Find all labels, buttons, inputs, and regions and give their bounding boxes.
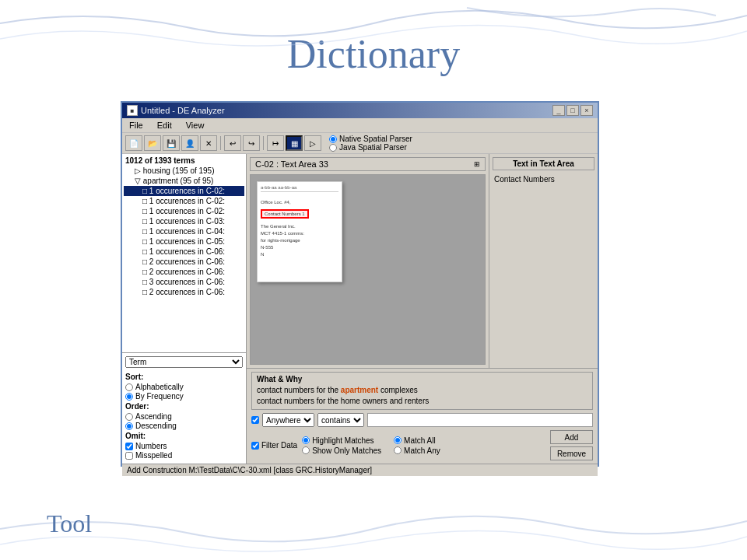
doc-line: The General Inc. bbox=[261, 223, 338, 230]
omit-label: Omit: bbox=[125, 432, 243, 440]
tb-forward-button[interactable]: ↦ bbox=[267, 135, 284, 151]
tb-grid-button[interactable]: ▦ bbox=[286, 135, 303, 151]
tree-item-occ2[interactable]: □ 1 occurences in C-02: bbox=[124, 196, 244, 206]
toolbar: 📄 📂 💾 👤 ✕ ↩ ↪ ↦ ▦ ▷ Native Spatial Parse… bbox=[122, 133, 598, 154]
filter-text-input[interactable] bbox=[367, 413, 593, 427]
maximize-button[interactable]: □ bbox=[566, 105, 579, 116]
sort-freq-radio[interactable] bbox=[125, 393, 133, 401]
bottom-controls: Filter Data Highlight Matches Show Only … bbox=[251, 430, 593, 460]
order-desc-radio[interactable] bbox=[125, 422, 133, 430]
omit-numbers-checkbox[interactable] bbox=[125, 443, 133, 450]
tb-redo-button[interactable]: ↪ bbox=[243, 135, 260, 151]
tb-undo-button[interactable]: ↩ bbox=[224, 135, 241, 151]
doc-content: Office Loc. #4, Contact Numbers 1 The Ge… bbox=[261, 200, 338, 258]
tree-item-occ3[interactable]: □ 1 occurences in C-02: bbox=[124, 206, 244, 216]
match-buttons: Add Remove bbox=[550, 430, 593, 460]
tree-item-occ4[interactable]: □ 1 occurences in C-03: bbox=[124, 216, 244, 226]
left-bottom-panel: Term Sort: Alphabetically By Frequency O… bbox=[122, 352, 246, 464]
tree-indent: □ 1 occurences in C-02: bbox=[142, 187, 225, 195]
filter-row: Anywhere contains bbox=[251, 413, 593, 427]
content-area: 1012 of 1393 terms ▷ housing (195 of 195… bbox=[122, 154, 598, 464]
match-all-radio[interactable] bbox=[394, 436, 402, 444]
show-only-matches-row[interactable]: Show Only Matches bbox=[302, 446, 381, 455]
remove-button[interactable]: Remove bbox=[550, 446, 593, 460]
highlight-matches-row[interactable]: Highlight Matches bbox=[302, 436, 381, 445]
tree-item-occ7[interactable]: □ 1 occurences in C-06: bbox=[124, 247, 244, 257]
tb-user-button[interactable]: 👤 bbox=[181, 135, 198, 151]
omit-numbers-option[interactable]: Numbers bbox=[125, 442, 243, 450]
contains-select[interactable]: contains bbox=[317, 413, 364, 427]
tree-item-occ8[interactable]: □ 2 occurences in C-06: bbox=[124, 257, 244, 267]
match-options: Highlight Matches Show Only Matches bbox=[302, 436, 381, 455]
native-parser-radio[interactable] bbox=[329, 135, 337, 143]
filter-data-row[interactable]: Filter Data bbox=[251, 441, 297, 450]
order-asc-radio[interactable] bbox=[125, 413, 133, 421]
filter-data-label: Filter Data bbox=[261, 441, 297, 450]
match-all-row[interactable]: Match All bbox=[394, 436, 440, 445]
term-dropdown[interactable]: Term bbox=[125, 356, 243, 368]
tree-item-occ10[interactable]: □ 3 occurences in C-06: bbox=[124, 277, 244, 287]
java-parser-radio[interactable] bbox=[329, 144, 337, 152]
tb-save-button[interactable]: 💾 bbox=[163, 135, 180, 151]
expand-icon[interactable]: ⊞ bbox=[474, 160, 480, 168]
tree-indent: □ 1 occurences in C-04: bbox=[142, 227, 225, 236]
tree-indent: □ 1 occurences in C-02: bbox=[142, 207, 225, 215]
highlight-matches-radio[interactable] bbox=[302, 436, 310, 444]
tree-item-occ6[interactable]: □ 1 occurences in C-05: bbox=[124, 236, 244, 247]
filter-data-checkbox[interactable] bbox=[251, 442, 259, 450]
minimize-button[interactable]: _ bbox=[552, 105, 565, 116]
app-window: ■ Untitled - DE Analyzer _ □ × File Edit… bbox=[121, 101, 599, 467]
order-label: Order: bbox=[125, 402, 243, 411]
menu-view[interactable]: View bbox=[184, 120, 207, 131]
left-panel: 1012 of 1393 terms ▷ housing (195 of 195… bbox=[122, 154, 247, 464]
doc-text-lines: The General Inc. MCT 4415-1 comms: for r… bbox=[261, 223, 338, 258]
tree-item-occ11[interactable]: □ 2 occurences in C-06: bbox=[124, 287, 244, 297]
native-parser-option[interactable]: Native Spatial Parser bbox=[329, 135, 412, 143]
order-desc-label: Descending bbox=[135, 422, 177, 430]
sort-alpha-option[interactable]: Alphabetically bbox=[125, 383, 243, 391]
tb-open-button[interactable]: 📂 bbox=[144, 135, 161, 151]
tree-area: 1012 of 1393 terms ▷ housing (195 of 195… bbox=[122, 154, 246, 352]
location-select[interactable]: Anywhere bbox=[262, 413, 314, 427]
parser-options: Native Spatial Parser Java Spatial Parse… bbox=[329, 135, 412, 152]
omit-misspelled-checkbox[interactable] bbox=[125, 452, 133, 460]
doc-line: N-555 bbox=[261, 244, 338, 251]
show-only-matches-radio[interactable] bbox=[302, 446, 310, 454]
order-desc-option[interactable]: Descending bbox=[125, 422, 243, 430]
tree-item-occ1[interactable]: □ 1 occurences in C-02: bbox=[124, 186, 244, 196]
match-any-radio[interactable] bbox=[394, 446, 402, 454]
menu-edit[interactable]: Edit bbox=[155, 120, 174, 131]
highlighted-region: Contact Numbers 1 bbox=[261, 209, 309, 219]
sort-freq-option[interactable]: By Frequency bbox=[125, 392, 243, 401]
title-bar: ■ Untitled - DE Analyzer _ □ × bbox=[122, 103, 598, 118]
tree-indent: □ 1 occurences in C-03: bbox=[142, 217, 225, 226]
add-button[interactable]: Add bbox=[550, 430, 593, 444]
match-any-row[interactable]: Match Any bbox=[394, 446, 440, 455]
tree-indent: □ 3 occurences in C-06: bbox=[142, 278, 225, 286]
text-area-title: C-02 : Text Area 33 bbox=[255, 159, 328, 169]
menu-file[interactable]: File bbox=[127, 120, 146, 131]
why-text-line2: contact numbers for the home owners and … bbox=[257, 396, 587, 407]
tb-play-button[interactable]: ▷ bbox=[304, 135, 321, 151]
anywhere-checkbox[interactable] bbox=[251, 416, 259, 424]
order-asc-option[interactable]: Ascending bbox=[125, 412, 243, 421]
match-any-label: Match Any bbox=[404, 446, 440, 455]
tree-item-apartment[interactable]: ▽ apartment (95 of 95) bbox=[124, 176, 244, 186]
sort-alpha-radio[interactable] bbox=[125, 383, 133, 391]
native-parser-label: Native Spatial Parser bbox=[339, 135, 412, 143]
title-controls[interactable]: _ □ × bbox=[552, 105, 593, 116]
tb-delete-button[interactable]: ✕ bbox=[200, 135, 217, 151]
tree-item-occ9[interactable]: □ 2 occurences in C-06: bbox=[124, 267, 244, 277]
java-parser-option[interactable]: Java Spatial Parser bbox=[329, 143, 412, 152]
doc-header-text: a-bb-aa aa-bb-aa bbox=[261, 185, 338, 192]
doc-line: for rights-mortgage bbox=[261, 237, 338, 244]
menu-bar: File Edit View bbox=[122, 118, 598, 133]
doc-line: MCT 4415-1 comms: bbox=[261, 230, 338, 237]
tree-indent: □ 1 occurences in C-02: bbox=[142, 197, 225, 205]
tb-new-button[interactable]: 📄 bbox=[125, 135, 142, 151]
tree-item-occ5[interactable]: □ 1 occurences in C-04: bbox=[124, 226, 244, 236]
tree-indent: ▽ apartment (95 of 95) bbox=[135, 177, 213, 185]
close-button[interactable]: × bbox=[580, 105, 593, 116]
tree-item-housing[interactable]: ▷ housing (195 of 195) bbox=[124, 166, 244, 176]
omit-misspelled-option[interactable]: Misspelled bbox=[125, 451, 243, 460]
